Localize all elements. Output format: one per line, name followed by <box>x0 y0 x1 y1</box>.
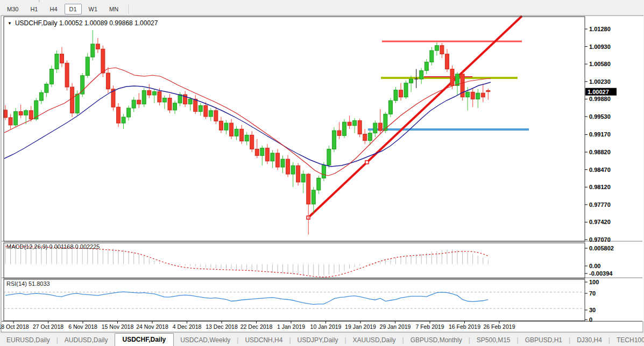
price-axis-label: 0.97420 <box>589 219 611 225</box>
candle-body <box>245 135 249 141</box>
candle-body <box>137 100 141 104</box>
price-axis-label: 0.98820 <box>589 149 611 155</box>
rsi-pane[interactable] <box>4 279 585 321</box>
macd-axis-label: 0.005802 <box>589 245 614 251</box>
price-axis-label: 0.99170 <box>589 131 611 138</box>
price-axis-label: 1.00930 <box>589 44 611 50</box>
rsi-axis-label: 0 <box>589 316 592 323</box>
candle-body <box>337 131 341 135</box>
candle-body <box>307 174 310 204</box>
chart-tab-tech100[interactable]: TECH100,H <box>610 334 644 346</box>
chart-tab-eurusd[interactable]: EURUSD,Daily <box>0 334 56 346</box>
candle-body <box>106 73 110 89</box>
candle-body <box>9 118 12 125</box>
candle-body <box>378 123 382 131</box>
chart-dropdown-icon[interactable]: ▼ <box>8 21 12 26</box>
candle-body <box>147 91 151 95</box>
price-axis-label: 1.01280 <box>589 26 611 32</box>
candle-body <box>481 93 485 97</box>
candle-body <box>86 57 89 75</box>
macd-axis-label: 0.00 <box>589 263 600 269</box>
candle-body <box>424 62 428 70</box>
candle-body <box>70 87 74 113</box>
candle-body <box>29 111 33 119</box>
candle-body <box>24 111 28 115</box>
candle-body <box>142 91 146 104</box>
chart-ohlc-values: 1.00052 1.00089 0.99868 1.00027 <box>58 19 158 27</box>
chart-tab-audusd[interactable]: AUDUSD,Daily <box>58 334 115 346</box>
candle-body <box>224 123 228 130</box>
candle-body <box>466 92 470 97</box>
candle-body <box>45 84 48 92</box>
candle-body <box>388 100 392 114</box>
price-axis-label: 0.98470 <box>589 167 611 173</box>
candle-body <box>486 90 490 91</box>
date-axis-label: 22 Dec 2018 <box>240 323 273 330</box>
candle-body <box>348 122 351 126</box>
date-axis-label: 10 Jan 2019 <box>310 323 342 330</box>
candle-body <box>19 112 23 116</box>
mt4-application-window: M30H1H4D1W1MN 1.012801.009301.005801.002… <box>0 0 644 346</box>
price-axis-label: 1.00230 <box>589 78 611 85</box>
candle-body <box>168 98 172 110</box>
candle-body <box>60 54 64 63</box>
chart-tab-usdjpy[interactable]: USDJPY,Daily <box>291 334 345 346</box>
candle-body <box>4 110 8 118</box>
price-axis-label: 0.99880 <box>589 96 611 102</box>
candle-body <box>230 123 233 136</box>
candle-body <box>399 90 403 97</box>
chart-tab-gbpusd[interactable]: GBPUSD,Monthly <box>404 334 469 346</box>
date-axis-label: 4 Dec 2018 <box>173 323 202 330</box>
candle-body <box>394 90 398 101</box>
chart-tab-gbpusd[interactable]: GBPUSD,H1 <box>519 334 569 346</box>
candle-body <box>255 149 259 156</box>
candle-body <box>440 46 444 54</box>
candle-body <box>260 148 264 156</box>
rsi-axis-label: 30 <box>589 307 596 313</box>
candle-body <box>235 129 238 136</box>
candle-body <box>471 92 475 99</box>
date-axis-label: 13 Dec 2018 <box>206 323 238 330</box>
candle-body <box>96 44 100 49</box>
candle-body <box>343 122 346 135</box>
rsi-axis-label: 70 <box>589 290 596 297</box>
candle-body <box>404 83 408 97</box>
candle-body <box>214 111 218 121</box>
trendline-handle[interactable] <box>365 161 369 164</box>
chart-tab-sp500[interactable]: SP500,M15 <box>470 334 517 346</box>
candle-body <box>368 133 372 141</box>
candle-body <box>55 54 59 69</box>
candle-body <box>188 99 192 104</box>
chart-tab-dj30[interactable]: DJ30,H4 <box>570 334 608 346</box>
candle-body <box>152 91 156 95</box>
candle-body <box>420 70 423 79</box>
date-axis-label: 19 Jan 2019 <box>345 323 376 330</box>
candle-body <box>384 114 387 131</box>
chart-tab-usdcad[interactable]: USDCAD,Weekly <box>174 334 237 346</box>
candle-body <box>209 111 213 117</box>
date-axis-label: 24 Nov 2018 <box>136 323 168 330</box>
candle-body <box>296 165 300 182</box>
macd-indicator-label: MACD(12,26,9) 0.001168 0.002225 <box>6 243 100 250</box>
candle-body <box>81 76 84 94</box>
candle-body <box>271 153 274 161</box>
candle-body <box>363 134 367 141</box>
candle-body <box>75 94 79 113</box>
candle-body <box>450 69 454 86</box>
date-axis-label: 1 Jan 2019 <box>277 323 305 330</box>
chart-tab-usdcnh[interactable]: USDCNH,H4 <box>238 334 289 346</box>
candle-body <box>275 153 279 167</box>
candle-body <box>49 69 53 84</box>
chart-tab-usdchf[interactable]: USDCHF,Daily <box>115 333 174 346</box>
candle-body <box>291 165 295 174</box>
price-axis-label: 0.98120 <box>589 184 611 190</box>
candle-body <box>132 100 136 108</box>
candle-body <box>199 105 202 111</box>
candle-body <box>435 46 438 51</box>
candle-body <box>358 120 362 134</box>
candle-body <box>265 148 269 161</box>
candle-body <box>250 135 254 149</box>
chart-canvas[interactable]: 1.012801.009301.005801.002300.998800.995… <box>0 0 644 346</box>
chart-tab-xauusd[interactable]: XAUUSD,Daily <box>346 334 402 346</box>
macd-axis-label: -0.00394 <box>589 270 613 277</box>
